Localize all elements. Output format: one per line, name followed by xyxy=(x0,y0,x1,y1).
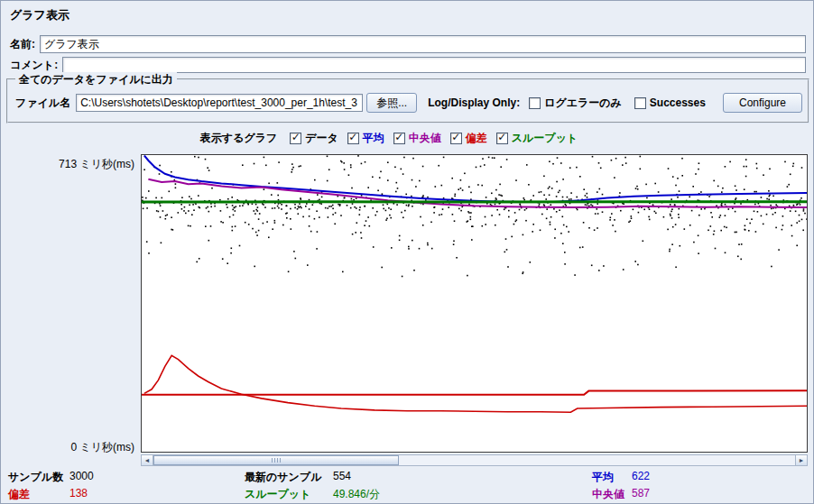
log-display-only-label: Log/Display Only: xyxy=(428,96,520,109)
stat-latest-sample: 最新のサンプル 554 xyxy=(245,470,351,485)
series-toggle-data[interactable]: データ xyxy=(290,131,338,146)
scrollbar-track[interactable] xyxy=(153,455,795,465)
stat-average-label: 平均 xyxy=(592,470,632,485)
stat-deviation-label: 偏差 xyxy=(8,487,69,502)
series-toggle-throughput[interactable]: スループット xyxy=(496,131,578,146)
stat-median-value: 587 xyxy=(632,487,650,502)
scroll-right-icon[interactable]: ► xyxy=(795,455,807,465)
file-output-row: ファイル名 参照... Log/Display Only: ログエラーのみ Su… xyxy=(15,91,802,115)
filename-input[interactable] xyxy=(76,94,363,112)
log-errors-only-label: ログエラーのみ xyxy=(544,96,622,111)
stat-samples-value: 3000 xyxy=(69,470,94,485)
name-label: 名前: xyxy=(10,37,35,52)
checkbox-icon[interactable] xyxy=(634,97,646,109)
graph-series-controls: 表示するグラフ データ 平均 中央値 偏差 スループット xyxy=(1,129,777,147)
successes-label: Successes xyxy=(650,96,706,109)
stat-deviation: 偏差 138 xyxy=(8,487,88,502)
name-row: 名前: xyxy=(10,34,806,54)
series-toggle-average[interactable]: 平均 xyxy=(347,131,384,146)
scrollbar-thumb[interactable] xyxy=(153,455,399,465)
name-input[interactable] xyxy=(40,35,806,53)
series-toggle-deviation[interactable]: 偏差 xyxy=(450,131,487,146)
comment-row: コメント: xyxy=(10,56,806,74)
series-label-deviation: 偏差 xyxy=(466,131,487,146)
checkbox-icon[interactable] xyxy=(529,97,541,109)
checkbox-checked-icon[interactable] xyxy=(450,133,462,144)
stat-samples-label: サンプル数 xyxy=(8,470,69,485)
stat-throughput-label: スループット xyxy=(245,487,333,502)
series-label-median: 中央値 xyxy=(409,131,441,146)
graph-plot-area xyxy=(141,154,808,453)
comment-label: コメント: xyxy=(10,58,58,73)
jmeter-graph-results-panel: グラフ表示 名前: コメント: 全てのデータをファイルに出力 ファイル名 参照.… xyxy=(0,0,814,504)
checkbox-checked-icon[interactable] xyxy=(496,133,508,144)
stat-average: 平均 622 xyxy=(592,470,650,485)
stat-samples: サンプル数 3000 xyxy=(8,470,94,485)
file-output-group: 全てのデータをファイルに出力 ファイル名 参照... Log/Display O… xyxy=(6,78,809,124)
page-title: グラフ表示 xyxy=(10,7,69,23)
series-toggle-median[interactable]: 中央値 xyxy=(393,131,441,146)
graphs-to-display-label: 表示するグラフ xyxy=(200,131,277,146)
comment-input[interactable] xyxy=(62,57,806,73)
configure-button[interactable]: Configure xyxy=(723,93,802,113)
stat-median-label: 中央値 xyxy=(592,487,632,502)
browse-button[interactable]: 参照... xyxy=(366,93,417,113)
stat-throughput-value: 49.846/分 xyxy=(333,487,380,502)
stat-deviation-value: 138 xyxy=(69,487,88,502)
successes-checkbox[interactable]: Successes xyxy=(634,96,706,109)
scrollbar-grip-icon xyxy=(272,458,281,463)
graph-canvas xyxy=(142,155,807,452)
file-output-group-title: 全てのデータをファイルに出力 xyxy=(15,72,177,87)
y-axis-max-label: 713 ミリ秒(ms) xyxy=(1,157,134,172)
stat-average-value: 622 xyxy=(632,470,650,485)
checkbox-checked-icon[interactable] xyxy=(393,133,405,144)
horizontal-scrollbar[interactable]: ◄ ► xyxy=(141,454,808,466)
y-axis-min-label: 0 ミリ秒(ms) xyxy=(1,440,134,455)
stat-latest-value: 554 xyxy=(333,470,351,485)
series-label-data: データ xyxy=(305,131,338,146)
stat-latest-label: 最新のサンプル xyxy=(245,470,333,485)
filename-label: ファイル名 xyxy=(15,96,70,111)
checkbox-checked-icon[interactable] xyxy=(290,133,301,144)
stat-median: 中央値 587 xyxy=(592,487,650,502)
scroll-left-icon[interactable]: ◄ xyxy=(142,455,153,465)
stat-throughput: スループット 49.846/分 xyxy=(245,487,380,502)
checkbox-checked-icon[interactable] xyxy=(347,133,359,144)
log-errors-only-checkbox[interactable]: ログエラーのみ xyxy=(529,96,622,111)
series-label-average: 平均 xyxy=(363,131,384,146)
series-label-throughput: スループット xyxy=(512,131,578,146)
